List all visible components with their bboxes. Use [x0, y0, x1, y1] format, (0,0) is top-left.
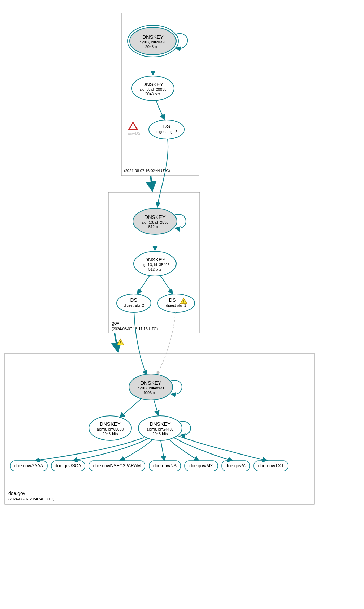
root-ds-to-gov-ksk-edge [157, 139, 168, 207]
svg-text:doe.gov/NSEC3PARAM: doe.gov/NSEC3PARAM [93, 463, 141, 468]
root-ds-node: DS digest alg=2 [149, 120, 184, 139]
root-zsk-node: DNSKEY alg=8, id=20038 2048 bits [132, 76, 174, 101]
svg-text:alg=8, id=65058: alg=8, id=65058 [97, 427, 124, 431]
gov-zsk-to-ds2-edge [160, 275, 173, 294]
svg-text:512 bits: 512 bits [148, 267, 162, 271]
svg-text:2048 bits: 2048 bits [103, 432, 118, 436]
svg-text:doe.gov/A: doe.gov/A [226, 463, 246, 468]
svg-text:DNSKEY: DNSKEY [144, 214, 166, 220]
zone-doe-timestamp: (2024-08-07 20:40:40 UTC) [8, 497, 54, 501]
svg-text:doe.gov/TXT: doe.gov/TXT [258, 463, 284, 468]
svg-text:DS: DS [163, 123, 170, 129]
gov-ksk-node: DNSKEY alg=13, id=2536 512 bits [133, 208, 177, 234]
svg-text:2048 bits: 2048 bits [145, 45, 161, 49]
svg-text:2048 bits: 2048 bits [153, 432, 168, 436]
zone-doe: doe.gov (2024-08-07 20:40:40 UTC) DNSKEY… [5, 353, 314, 504]
svg-text:alg=13, id=2536: alg=13, id=2536 [142, 220, 169, 224]
gov-ds2-node: DS digest alg=1 ! [158, 294, 195, 312]
svg-text:digest alg=2: digest alg=2 [156, 129, 177, 134]
doe-zsk1-node: DNSKEY alg=8, id=65058 2048 bits [89, 416, 131, 440]
svg-text:!: ! [132, 125, 134, 130]
svg-text:alg=13, id=35496: alg=13, id=35496 [140, 263, 169, 267]
svg-text:DNSKEY: DNSKEY [100, 421, 121, 427]
svg-text:alg=8, id=20326: alg=8, id=20326 [140, 40, 167, 44]
doe-ksk-to-zsk1-edge [120, 398, 142, 418]
svg-text:alg=8, id=48931: alg=8, id=48931 [138, 386, 165, 390]
dnssec-graph: . (2024-08-07 16:02:44 UTC) DNSKEY alg=8… [0, 0, 364, 609]
svg-text:alg=8, id=20038: alg=8, id=20038 [140, 87, 167, 91]
doe-ksk-to-zsk2-edge [154, 400, 158, 415]
doe-ksk-node: DNSKEY alg=8, id=48931 4096 bits [129, 374, 173, 400]
svg-text:DNSKEY: DNSKEY [144, 257, 166, 262]
root-to-gov-zone-edge [151, 176, 152, 191]
svg-text:DNSKEY: DNSKEY [140, 380, 161, 386]
svg-text:DNSKEY: DNSKEY [142, 81, 164, 87]
svg-text:digest alg=2: digest alg=2 [124, 303, 144, 307]
svg-text:DS: DS [130, 297, 138, 303]
gov-zsk-to-ds1-edge [137, 275, 150, 294]
gov-zsk-node: DNSKEY alg=13, id=35496 512 bits [134, 251, 176, 276]
svg-text:doe.gov/MX: doe.gov/MX [189, 463, 213, 468]
zone-doe-name: doe.gov [8, 490, 25, 496]
svg-text:gov/DS: gov/DS [128, 131, 141, 135]
warning-icon-zone-edge: ! [117, 339, 124, 345]
svg-text:!: ! [120, 341, 121, 345]
svg-text:!: ! [183, 300, 184, 304]
zone-root-timestamp: (2024-08-07 16:02:44 UTC) [124, 169, 170, 173]
warning-root-ghost: ! gov/DS [128, 122, 141, 135]
doe-zsk2-node: DNSKEY alg=8, id=24450 2048 bits [138, 416, 182, 440]
gov-ds1-node: DS digest alg=2 [117, 294, 151, 312]
svg-text:DNSKEY: DNSKEY [142, 34, 164, 40]
gov-to-doe-zone-edge [115, 333, 118, 352]
svg-text:DS: DS [169, 297, 176, 303]
svg-text:doe.gov/AAAA: doe.gov/AAAA [14, 463, 43, 468]
svg-text:alg=8, id=24450: alg=8, id=24450 [147, 427, 174, 431]
root-zsk-to-ds-edge [156, 101, 164, 120]
svg-text:doe.gov/SOA: doe.gov/SOA [55, 463, 81, 468]
gov-ds1-to-doe-ksk-edge [134, 312, 147, 375]
svg-text:512 bits: 512 bits [148, 225, 162, 229]
svg-text:doe.gov/NS: doe.gov/NS [153, 463, 177, 468]
svg-text:2048 bits: 2048 bits [145, 92, 161, 96]
gov-ds2-to-doe-ksk-edge [157, 312, 176, 375]
zone-gov-name: gov [112, 320, 119, 326]
zone-gov: gov (2024-08-07 18:11:16 UTC) DNSKEY alg… [108, 192, 200, 333]
zone-gov-timestamp: (2024-08-07 18:11:16 UTC) [112, 327, 158, 331]
zone-root: . (2024-08-07 16:02:44 UTC) DNSKEY alg=8… [121, 13, 199, 176]
svg-text:4096 bits: 4096 bits [143, 390, 159, 395]
root-ksk-node: DNSKEY alg=8, id=20326 2048 bits [128, 25, 178, 57]
svg-text:DNSKEY: DNSKEY [150, 421, 171, 427]
zone-root-name: . [124, 162, 125, 167]
